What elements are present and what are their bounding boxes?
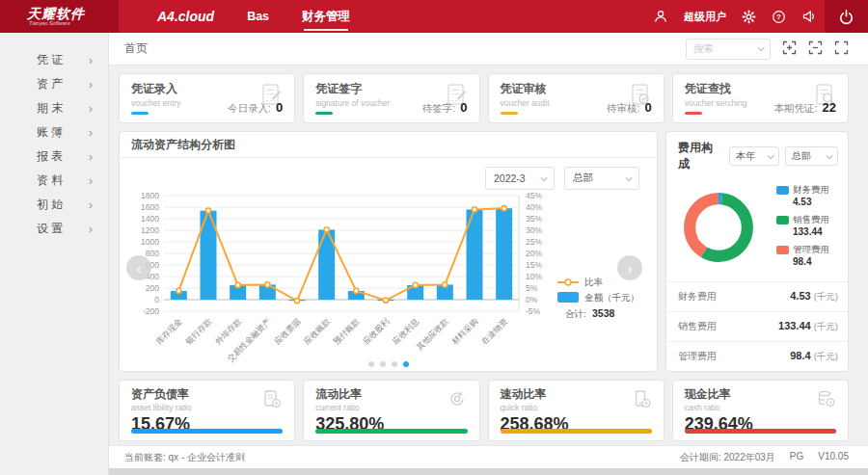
svg-text:应收股利: 应收股利 [361, 316, 391, 346]
username[interactable]: 超级用户 [684, 10, 726, 24]
pg-indicator: PG [790, 451, 803, 464]
card-voucher-sign[interactable]: 凭证签字 signature of voucher 待签字:0 [303, 73, 479, 123]
statusbar: 当前账套: qx - 企业会计准则 会计期间: 2022年03月 PG V10.… [109, 445, 868, 468]
svg-text:1200: 1200 [141, 225, 159, 235]
ratio-bar [685, 429, 836, 434]
pagination-dot[interactable] [392, 361, 397, 367]
card-asset-liability-ratio[interactable]: 资产负债率 asset libility ratio 15.67% [119, 380, 295, 441]
fullscreen-icon[interactable] [834, 40, 849, 58]
card-quick-ratio[interactable]: 速动比率 quick ratio 258.68% [488, 380, 665, 441]
sidebar-item-initial[interactable]: 初 始› [0, 193, 108, 217]
accent-dash [685, 112, 702, 115]
flow-asset-combo-chart: 180016001400120010008006004002000-20045%… [123, 188, 652, 370]
help-icon[interactable]: ? [772, 10, 786, 24]
sidebar-item-data[interactable]: 资 料› [0, 169, 108, 193]
expense-list: 财务费用 4.53(千元) 销售费用 133.44(千元) 管理费用 98.4(… [666, 281, 848, 371]
svg-text:库存现金: 库存现金 [154, 316, 184, 346]
svg-text:应收票据: 应收票据 [272, 316, 302, 346]
svg-text:35%: 35% [526, 214, 542, 224]
nav-item-finance[interactable]: 财务管理 [302, 0, 350, 33]
chart-panel-title: 流动资产结构分析图 [120, 132, 657, 158]
sidebar-item-assets[interactable]: 资 产› [0, 72, 108, 96]
nav-item-bas[interactable]: Bas [247, 0, 269, 33]
stat-value: 0 [645, 100, 652, 115]
svg-text:3538: 3538 [592, 307, 615, 319]
header-actions: 超级用户 ? [653, 0, 817, 33]
stat-value: 22 [823, 100, 836, 115]
chevron-down-icon [767, 152, 773, 159]
search-input[interactable]: 搜索 [686, 39, 771, 60]
svg-text:10%: 10% [526, 272, 542, 281]
card-voucher-audit[interactable]: 凭证审核 voucher audit 待审核:0 [488, 73, 665, 123]
period-select[interactable]: 2022-3 [485, 167, 555, 190]
phone-coin-icon [631, 388, 652, 412]
refresh-coin-icon [447, 388, 468, 412]
svg-text:合计:: 合计: [565, 308, 586, 319]
sidebar-item-books[interactable]: 账 簿› [0, 120, 108, 145]
zoom-out-corners-icon[interactable] [808, 40, 823, 58]
svg-text:45%: 45% [526, 191, 542, 200]
tab-home[interactable]: 首页 [124, 40, 148, 57]
stat-value: 0 [460, 100, 467, 115]
dashboard-content: 凭证录入 voucher entry 今日录入:0 凭证签字 signature… [109, 66, 868, 445]
settings-gear-icon[interactable] [742, 10, 756, 24]
card-voucher-search[interactable]: 凭证查找 voucher serching 本期凭证:22 [672, 73, 849, 123]
chevron-right-icon: › [89, 102, 93, 115]
stat-label: 本期凭证: [774, 102, 818, 116]
card-cash-ratio[interactable]: 现金比率 cash ratio 239.64% [672, 380, 849, 441]
ratio-bar [315, 429, 467, 434]
sidebar-item-settings[interactable]: 设 置› [0, 217, 108, 241]
svg-text:0%: 0% [526, 295, 538, 304]
sidebar-item-period-end[interactable]: 期 末› [0, 96, 108, 120]
expense-list-row: 销售费用 133.44(千元) [666, 311, 848, 341]
svg-text:应收利息: 应收利息 [391, 316, 420, 346]
chevron-right-icon: › [89, 174, 93, 187]
card-current-ratio[interactable]: 流动比率 current ratio 325.80% [303, 380, 479, 441]
expense-donut-chart [678, 187, 759, 271]
svg-text:800: 800 [146, 249, 159, 258]
svg-text:40%: 40% [526, 202, 542, 212]
stat-label: 待审核: [607, 102, 639, 116]
stat-value: 0 [276, 100, 283, 115]
accent-dash [501, 112, 518, 115]
app-header: 天耀软件 Tianyao Software A4.cloud Bas 财务管理 … [0, 0, 868, 33]
flow-asset-chart-panel: 流动资产结构分析图 2022-3 总部 18001600140012001000… [119, 131, 658, 372]
chevron-right-icon: › [89, 78, 93, 91]
card-voucher-entry[interactable]: 凭证录入 voucher entry 今日录入:0 [119, 73, 295, 123]
accent-dash [315, 112, 333, 115]
chart-pagination [368, 361, 409, 367]
pagination-dot[interactable] [368, 361, 374, 367]
sidebar-item-voucher[interactable]: 凭 证› [0, 48, 108, 72]
expense-period-select[interactable]: 本年 [729, 146, 778, 166]
donut-legend: 财务费用 4.53 销售费用 133.44 管理费用 98.4 [776, 184, 840, 274]
pagination-dot[interactable] [380, 361, 386, 367]
svg-text:应收账款: 应收账款 [302, 316, 332, 346]
topbar: 首页 搜索 [109, 33, 868, 66]
chevron-right-icon: › [89, 126, 93, 139]
current-account-set: 当前账套: qx - 企业会计准则 [124, 451, 245, 464]
logout-power-button[interactable] [825, 0, 868, 33]
svg-text:200: 200 [146, 283, 159, 293]
svg-text:5%: 5% [526, 283, 538, 293]
svg-text:外埠存款: 外埠存款 [213, 316, 243, 346]
accent-dash [131, 112, 149, 115]
nav-item-a4cloud[interactable]: A4.cloud [157, 0, 214, 33]
sidebar: 凭 证› 资 产› 期 末› 账 簿› 报 表› 资 料› 初 始› 设 置› [0, 33, 109, 475]
logo-title: 天耀软件 [27, 7, 119, 20]
expense-panel-title: 费用构成 [678, 140, 723, 172]
user-icon[interactable] [653, 9, 668, 24]
sidebar-item-reports[interactable]: 报 表› [0, 145, 108, 169]
svg-text:-5%: -5% [526, 306, 541, 316]
org-select[interactable]: 总部 [564, 167, 639, 190]
expense-org-select[interactable]: 总部 [785, 146, 838, 166]
zoom-in-corners-icon[interactable] [782, 40, 797, 58]
logo[interactable]: 天耀软件 Tianyao Software [0, 0, 119, 33]
carousel-next-button[interactable]: › [617, 255, 642, 280]
announcement-horn-icon[interactable] [801, 9, 817, 24]
expense-panel: 费用构成 本年 总部 财务费用 4.53 [665, 131, 849, 372]
carousel-prev-button[interactable]: ‹ [126, 255, 151, 280]
legend-swatch [776, 246, 789, 254]
legend-swatch [776, 186, 789, 195]
ledger-coin-icon [261, 388, 283, 412]
pagination-dot[interactable] [403, 361, 409, 367]
